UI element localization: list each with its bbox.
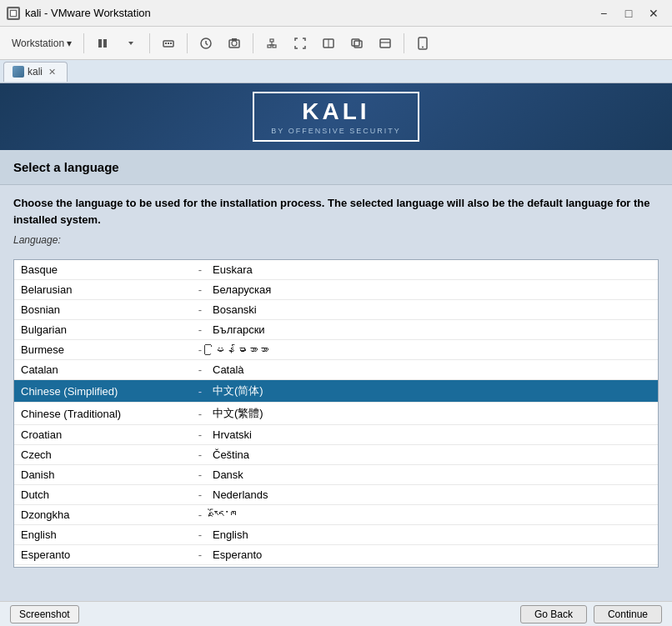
language-row[interactable]: Chinese (Simplified)-中文(简体) xyxy=(14,380,658,403)
kali-tab[interactable]: kali ✕ xyxy=(3,62,68,82)
toolbar-separator-1 xyxy=(83,33,84,53)
language-list-container[interactable]: Basque-EuskaraBelarusian-БеларускаяBosni… xyxy=(13,259,659,568)
close-button[interactable]: ✕ xyxy=(642,4,665,23)
language-native-name: Català xyxy=(213,363,651,376)
send-ctrl-alt-del-button[interactable] xyxy=(155,32,182,55)
svg-rect-7 xyxy=(168,43,169,44)
kali-logo-box: KALI BY OFFENSIVE SECURITY xyxy=(253,92,419,142)
language-row[interactable]: Basque-Euskara xyxy=(14,260,658,280)
language-separator: - xyxy=(188,428,213,441)
kali-subtitle: BY OFFENSIVE SECURITY xyxy=(271,127,400,135)
language-native-name: Nederlands xyxy=(213,488,651,501)
language-name: Basque xyxy=(21,263,188,276)
main-content: KALI BY OFFENSIVE SECURITY Select a lang… xyxy=(0,83,672,601)
minimize-button[interactable]: − xyxy=(592,4,615,23)
svg-rect-6 xyxy=(165,43,167,44)
language-native-name: Български xyxy=(213,323,651,336)
language-separator: - xyxy=(188,408,213,420)
language-separator: - xyxy=(188,528,213,541)
snapshot-button[interactable] xyxy=(221,32,248,55)
vm-tab-icon xyxy=(13,66,24,78)
language-row[interactable]: Chinese (Traditional)-中文(繁體) xyxy=(14,403,658,425)
continue-button[interactable]: Continue xyxy=(594,605,662,623)
tablet-button[interactable] xyxy=(409,32,436,55)
pause-button[interactable] xyxy=(89,32,116,55)
svg-rect-22 xyxy=(354,41,362,48)
language-row[interactable]: English-English xyxy=(14,525,658,545)
vm-icon xyxy=(7,7,20,20)
kali-logo-text: KALI xyxy=(302,98,369,125)
language-native-name: Esperanto xyxy=(213,548,651,561)
install-description: Choose the language to be used for the i… xyxy=(13,195,659,228)
language-row[interactable]: Catalan-Català xyxy=(14,360,658,380)
footer-right: Go Back Continue xyxy=(520,605,662,623)
resize2-icon xyxy=(350,37,364,50)
language-separator: - xyxy=(188,508,213,521)
language-row[interactable]: Bulgarian-Български xyxy=(14,320,658,340)
keyboard-icon xyxy=(162,37,175,50)
title-bar: kali - VMware Workstation − □ ✕ xyxy=(0,0,672,27)
language-row[interactable]: Dzongkha-རྫོང་ཁ xyxy=(14,505,658,525)
snapshot-icon xyxy=(228,37,241,50)
maximize-button[interactable]: □ xyxy=(617,4,640,23)
language-name: Croatian xyxy=(21,428,188,441)
svg-rect-3 xyxy=(103,39,107,48)
screenshot-button[interactable]: Screenshot xyxy=(10,605,79,623)
svg-rect-2 xyxy=(98,39,102,48)
language-separator: - xyxy=(188,323,213,336)
workstation-menu-button[interactable]: Workstation ▾ xyxy=(5,34,78,53)
language-native-name: Hrvatski xyxy=(213,428,651,441)
language-row[interactable]: Belarusian-Беларуская xyxy=(14,280,658,300)
window-title: kali - VMware Workstation xyxy=(25,7,151,19)
title-bar-left: kali - VMware Workstation xyxy=(7,7,151,20)
network-icon xyxy=(265,37,278,50)
language-name: Czech xyxy=(21,448,188,461)
svg-rect-15 xyxy=(270,39,273,42)
language-separator: - xyxy=(188,488,213,501)
fullscreen-button[interactable] xyxy=(287,32,313,55)
install-header: Select a language xyxy=(0,150,672,185)
go-back-button[interactable]: Go Back xyxy=(520,605,587,623)
svg-point-26 xyxy=(422,46,424,48)
tab-close-button[interactable]: ✕ xyxy=(46,66,58,78)
svg-rect-12 xyxy=(232,38,237,41)
language-row[interactable]: Danish-Dansk xyxy=(14,465,658,485)
language-row[interactable]: Esperanto-Esperanto xyxy=(14,545,658,565)
hide-button[interactable] xyxy=(372,32,399,55)
language-row[interactable]: Croatian-Hrvatski xyxy=(14,425,658,445)
language-separator: - xyxy=(188,283,213,296)
language-separator: - xyxy=(188,363,213,376)
language-name: Belarusian xyxy=(21,283,188,296)
install-title: Select a language xyxy=(13,160,659,174)
language-name: Bulgarian xyxy=(21,323,188,336)
tab-bar: kali ✕ xyxy=(0,60,672,83)
dropdown-arrow-icon: ▾ xyxy=(67,38,72,49)
language-separator: - xyxy=(188,385,213,398)
arrow-dropdown-button[interactable] xyxy=(118,32,144,55)
language-native-name: Беларуская xyxy=(213,283,651,296)
resize2-button[interactable] xyxy=(344,32,370,55)
language-separator: - xyxy=(188,468,213,481)
tablet-icon xyxy=(416,37,429,50)
svg-rect-21 xyxy=(352,39,359,46)
chevron-down-icon xyxy=(127,39,135,48)
language-row[interactable]: Bosnian-Bosanski xyxy=(14,300,658,320)
toolbar-separator-5 xyxy=(404,33,404,53)
language-name: Esperanto xyxy=(21,548,188,561)
toolbar-separator-2 xyxy=(149,33,150,53)
svg-rect-1 xyxy=(11,11,16,16)
language-name: Chinese (Traditional) xyxy=(21,408,188,420)
install-area: Select a language Choose the language to… xyxy=(0,150,672,601)
language-native-name: 中文(简体) xyxy=(213,383,651,398)
language-name: Bosnian xyxy=(21,303,188,316)
language-row[interactable]: Czech-Čeština xyxy=(14,445,658,465)
language-row[interactable]: Burmese-မြန်မာဘာသာ xyxy=(14,340,658,360)
svg-rect-23 xyxy=(380,39,390,48)
language-row[interactable]: Dutch-Nederlands xyxy=(14,485,658,505)
resize-button[interactable] xyxy=(315,32,342,55)
language-native-name: 中文(繁體) xyxy=(213,406,651,421)
title-bar-controls: − □ ✕ xyxy=(592,4,665,23)
network-button[interactable] xyxy=(258,32,285,55)
language-native-name: རྫོང་ཁ xyxy=(213,508,651,521)
history-button[interactable] xyxy=(193,32,219,55)
